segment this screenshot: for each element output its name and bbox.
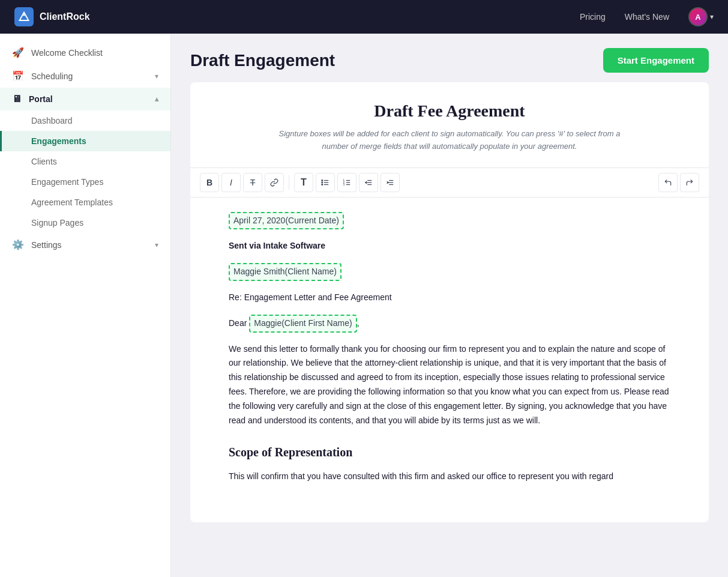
date-paragraph: April 27, 2020(Current Date) xyxy=(229,212,670,230)
re-line-paragraph: Re: Engagement Letter and Fee Agreement xyxy=(229,291,670,305)
rocket-icon: 🚀 xyxy=(12,47,24,58)
page-header: Draft Engagement Start Engagement xyxy=(171,34,728,82)
settings-chevron-icon: ▾ xyxy=(155,241,158,249)
bullet-list-button[interactable] xyxy=(316,173,335,192)
re-line-text: Re: Engagement Letter and Fee Agreement xyxy=(229,292,392,302)
welcome-checklist-label: Welcome Checklist xyxy=(31,48,158,58)
sent-via-paragraph: Sent via Intake Software xyxy=(229,239,670,253)
dear-paragraph: Dear Maggie(Client First Name), xyxy=(229,315,670,333)
nav-right: Pricing What's New A ▾ xyxy=(580,7,714,26)
sidebar-item-scheduling[interactable]: 📅 Scheduling ▾ xyxy=(0,64,170,88)
bold-button[interactable]: B xyxy=(200,173,219,192)
client-name-paragraph: Maggie Smith(Client Name) xyxy=(229,263,670,281)
signup-pages-label: Signup Pages xyxy=(31,218,83,228)
avatar-initials: A xyxy=(695,13,700,22)
svg-point-1 xyxy=(23,14,25,16)
engagement-types-label: Engagement Types xyxy=(31,177,103,187)
scope-paragraph: This will confirm that you have consulte… xyxy=(229,470,670,484)
page-title: Draft Engagement xyxy=(190,51,335,70)
strikethrough-button[interactable]: T xyxy=(243,173,262,192)
top-navigation: ClientRock Pricing What's New A ▾ xyxy=(0,0,728,34)
client-first-name-merge-field: Maggie(Client First Name) xyxy=(249,315,356,333)
clients-label: Clients xyxy=(31,157,57,166)
editor-toolbar: B I T T xyxy=(190,168,709,198)
sidebar-item-engagement-types[interactable]: Engagement Types xyxy=(0,172,170,192)
svg-point-5 xyxy=(322,180,323,181)
svg-point-7 xyxy=(322,184,323,185)
portal-submenu: Dashboard Engagements Clients Engagement… xyxy=(0,110,170,233)
svg-point-6 xyxy=(322,182,323,183)
gear-icon: ⚙️ xyxy=(12,239,24,250)
toolbar-separator-1 xyxy=(289,175,289,190)
date-merge-field: April 27, 2020(Current Date) xyxy=(229,212,344,230)
pricing-link[interactable]: Pricing xyxy=(580,12,606,22)
link-button[interactable] xyxy=(265,173,284,192)
indent-increase-button[interactable] xyxy=(381,173,400,192)
sidebar-item-portal[interactable]: 🖥 Portal ▴ xyxy=(0,88,170,110)
logo-icon xyxy=(14,7,34,26)
sidebar-item-agreement-templates[interactable]: Agreement Templates xyxy=(0,192,170,213)
sidebar-item-signup-pages[interactable]: Signup Pages xyxy=(0,213,170,233)
dear-prefix: Dear xyxy=(229,318,247,328)
document-card: Draft Fee Agreement Signture boxes will … xyxy=(190,82,709,522)
undo-button[interactable] xyxy=(658,173,678,192)
engagements-label: Engagements xyxy=(31,136,86,146)
body-text: We send this letter to formally thank yo… xyxy=(229,344,669,425)
document-area: Draft Fee Agreement Signture boxes will … xyxy=(171,82,728,542)
indent-decrease-button[interactable] xyxy=(359,173,378,192)
document-title: Draft Fee Agreement xyxy=(205,101,694,121)
sent-via-text: Sent via Intake Software xyxy=(229,241,325,250)
app-layout: 🚀 Welcome Checklist 📅 Scheduling ▾ 🖥 Por… xyxy=(0,34,728,577)
scheduling-label: Scheduling xyxy=(31,71,148,81)
italic-button[interactable]: I xyxy=(221,173,241,192)
document-body[interactable]: April 27, 2020(Current Date) Sent via In… xyxy=(190,198,709,523)
settings-label: Settings xyxy=(31,240,148,250)
heading-button[interactable]: T xyxy=(294,173,313,192)
sidebar-item-engagements[interactable]: Engagements xyxy=(0,131,170,151)
sidebar-item-clients[interactable]: Clients xyxy=(0,151,170,172)
user-avatar-wrapper[interactable]: A ▾ xyxy=(688,7,714,26)
sidebar: 🚀 Welcome Checklist 📅 Scheduling ▾ 🖥 Por… xyxy=(0,34,171,577)
avatar[interactable]: A xyxy=(688,7,708,26)
ordered-list-button[interactable]: 1 2 3 xyxy=(337,173,356,192)
app-logo[interactable]: ClientRock xyxy=(14,7,90,26)
monitor-icon: 🖥 xyxy=(12,94,22,104)
toolbar-left: B I T T xyxy=(200,173,400,192)
portal-label: Portal xyxy=(29,94,148,104)
agreement-templates-label: Agreement Templates xyxy=(31,198,113,207)
document-title-section: Draft Fee Agreement Signture boxes will … xyxy=(190,82,709,158)
start-engagement-button[interactable]: Start Engagement xyxy=(603,48,709,73)
app-name: ClientRock xyxy=(40,11,90,22)
svg-text:3: 3 xyxy=(343,183,345,186)
scheduling-chevron-icon: ▾ xyxy=(155,72,158,80)
calendar-icon: 📅 xyxy=(12,70,24,82)
redo-button[interactable] xyxy=(680,173,699,192)
portal-chevron-icon: ▴ xyxy=(155,95,158,103)
sidebar-item-settings[interactable]: ⚙️ Settings ▾ xyxy=(0,233,170,256)
client-name-merge-field: Maggie Smith(Client Name) xyxy=(229,263,341,281)
main-content: Draft Engagement Start Engagement Draft … xyxy=(171,34,728,577)
sidebar-item-dashboard[interactable]: Dashboard xyxy=(0,110,170,131)
scope-text: This will confirm that you have consulte… xyxy=(229,471,613,481)
document-subtitle: Signture boxes will be added for each cl… xyxy=(269,128,630,153)
body-paragraph: We send this letter to formally thank yo… xyxy=(229,342,670,428)
scope-heading: Scope of Representation xyxy=(229,442,670,462)
toolbar-right xyxy=(658,173,699,192)
dashboard-label: Dashboard xyxy=(31,116,73,125)
sidebar-item-welcome-checklist[interactable]: 🚀 Welcome Checklist xyxy=(0,41,170,64)
svg-marker-0 xyxy=(20,13,29,21)
whats-new-link[interactable]: What's New xyxy=(625,12,669,22)
avatar-chevron-icon: ▾ xyxy=(710,13,714,21)
